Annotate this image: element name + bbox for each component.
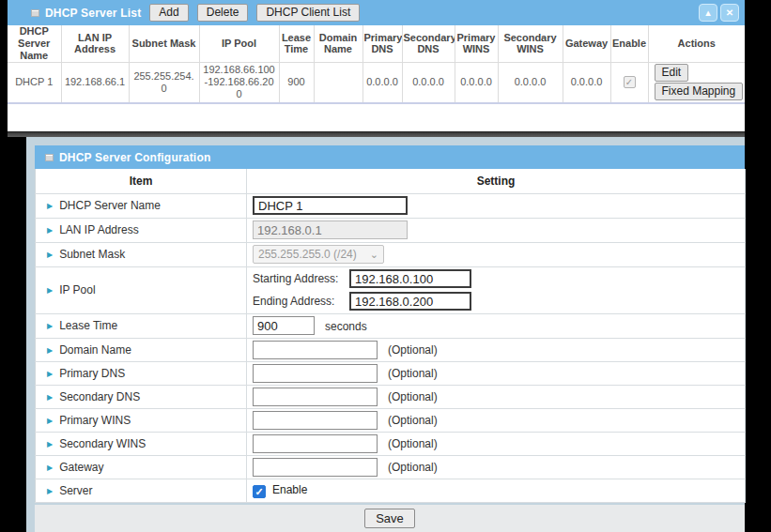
subnet-mask-selected-value: 255.255.255.0 (/24) <box>258 248 357 261</box>
col-lease-time: Lease Time <box>279 25 314 62</box>
col-subnet-mask: Subnet Mask <box>129 25 199 62</box>
ending-address-input[interactable] <box>349 292 471 311</box>
col-ip-pool: IP Pool <box>199 25 279 62</box>
ending-address-label: Ending Address: <box>253 295 349 308</box>
row-label: Gateway <box>59 461 103 474</box>
secondary-wins-input[interactable] <box>253 434 378 453</box>
cell-secondary-dns: 0.0.0.0 <box>402 62 455 103</box>
server-enable-checkbox[interactable]: ✓ <box>253 485 266 498</box>
delete-button[interactable]: Delete <box>197 4 249 22</box>
dhcp-client-list-button[interactable]: DHCP Client List <box>256 4 360 22</box>
col-secondary-wins: Secondary WINS <box>498 25 563 62</box>
lease-time-unit: seconds <box>325 320 367 333</box>
config-header-row: Item Setting <box>36 169 746 193</box>
panel-square-icon <box>45 154 54 161</box>
optional-hint: (Optional) <box>388 390 438 403</box>
bullet-icon: ▶ <box>47 487 53 495</box>
col-primary-dns: Primary DNS <box>362 25 402 62</box>
table-row: DHCP 1 192.168.66.1 255.255.254.0 192.16… <box>8 62 745 103</box>
bullet-icon: ▶ <box>47 286 53 295</box>
row-lease-time: ▶Lease Time seconds <box>36 313 746 338</box>
dhcp-server-configuration-header: DHCP Server Configuration <box>35 145 745 169</box>
save-button[interactable]: Save <box>364 509 415 528</box>
col-secondary-dns: Secondary DNS <box>402 25 455 62</box>
row-label: Server <box>59 484 92 497</box>
row-label: Primary DNS <box>59 367 125 380</box>
gateway-input[interactable] <box>253 458 378 477</box>
col-gateway: Gateway <box>563 25 610 62</box>
starting-address-input[interactable] <box>349 269 471 288</box>
cell-lease-time: 900 <box>279 62 314 103</box>
primary-wins-input[interactable] <box>253 411 378 430</box>
bullet-icon: ▶ <box>47 440 53 448</box>
col-lan-ip-address: LAN IP Address <box>61 25 129 62</box>
row-secondary-wins: ▶Secondary WINS (Optional) <box>36 432 746 455</box>
edit-button[interactable]: Edit <box>655 64 689 82</box>
cell-primary-wins: 0.0.0.0 <box>455 62 498 103</box>
collapse-icon[interactable]: ▴ <box>699 4 717 22</box>
row-label: IP Pool <box>59 283 95 296</box>
col-primary-wins: Primary WINS <box>455 25 498 62</box>
optional-hint: (Optional) <box>388 461 438 474</box>
server-enable-label: Enable <box>272 483 307 496</box>
configuration-footer: Save <box>35 505 745 532</box>
col-domain-name: Domain Name <box>314 25 362 62</box>
bullet-icon: ▶ <box>47 464 53 472</box>
panel-square-icon <box>31 9 39 17</box>
bullet-icon: ▶ <box>47 322 53 330</box>
domain-name-input[interactable] <box>253 341 378 359</box>
setting-header: Setting <box>247 169 746 193</box>
dhcp-server-configuration-panel: DHCP Server Configuration Item Setting ▶… <box>35 145 745 503</box>
close-icon[interactable]: ✕ <box>720 4 739 22</box>
starting-address-label: Starting Address: <box>253 272 349 285</box>
dhcp-server-configuration-section: DHCP Server Configuration Item Setting ▶… <box>26 137 745 532</box>
enable-checkbox-disabled: ✓ <box>624 76 636 88</box>
row-secondary-dns: ▶Secondary DNS (Optional) <box>36 385 746 408</box>
optional-hint: (Optional) <box>388 437 438 450</box>
dhcp-server-name-input[interactable] <box>253 196 408 215</box>
row-label: DHCP Server Name <box>59 199 161 212</box>
cell-gateway: 0.0.0.0 <box>563 62 610 103</box>
bullet-icon: ▶ <box>47 393 53 402</box>
row-ip-pool: ▶IP Pool Starting Address: Ending Addres… <box>36 266 746 313</box>
bullet-icon: ▶ <box>47 226 53 235</box>
row-lan-ip-address: ▶LAN IP Address <box>36 218 746 242</box>
col-actions: Actions <box>648 25 745 62</box>
bullet-icon: ▶ <box>47 346 53 355</box>
row-domain-name: ▶Domain Name (Optional) <box>36 338 746 361</box>
row-gateway: ▶Gateway (Optional) <box>36 455 746 479</box>
row-label: Secondary WINS <box>59 437 146 450</box>
dhcp-server-list-title: DHCP Server List <box>45 7 141 20</box>
dhcp-server-configuration-title: DHCP Server Configuration <box>59 151 210 164</box>
configuration-table: Item Setting ▶DHCP Server Name ▶LAN IP A… <box>35 169 746 503</box>
row-subnet-mask: ▶Subnet Mask 255.255.255.0 (/24) ⌄ <box>36 242 746 266</box>
row-label: Domain Name <box>59 343 131 357</box>
row-label: Subnet Mask <box>59 248 125 261</box>
bullet-icon: ▶ <box>47 202 53 210</box>
cell-lan-ip-address: 192.168.66.1 <box>61 62 129 103</box>
cell-primary-dns: 0.0.0.0 <box>362 62 402 103</box>
dhcp-server-list-header: DHCP Server List Add Delete DHCP Client … <box>8 0 745 25</box>
window-controls: ▴ ✕ <box>699 4 739 22</box>
bullet-icon: ▶ <box>47 251 53 259</box>
chevron-down-icon: ⌄ <box>370 249 378 261</box>
item-header: Item <box>36 169 247 193</box>
row-label: Secondary DNS <box>59 390 140 403</box>
dhcp-server-list-table: DHCP Server Name LAN IP Address Subnet M… <box>8 25 745 104</box>
row-label: Primary WINS <box>59 414 131 427</box>
list-header-row: DHCP Server Name LAN IP Address Subnet M… <box>8 25 745 62</box>
row-primary-wins: ▶Primary WINS (Optional) <box>36 408 746 432</box>
add-button[interactable]: Add <box>149 4 188 22</box>
primary-dns-input[interactable] <box>253 364 378 383</box>
col-dhcp-server-name: DHCP Server Name <box>8 25 61 62</box>
cell-actions: Edit Fixed Mapping <box>648 62 745 103</box>
optional-hint: (Optional) <box>388 343 438 357</box>
cell-subnet-mask: 255.255.254.0 <box>129 62 199 103</box>
row-dhcp-server-name: ▶DHCP Server Name <box>36 193 746 218</box>
row-label: Lease Time <box>59 319 117 332</box>
secondary-dns-input[interactable] <box>253 388 378 406</box>
subnet-mask-select: 255.255.255.0 (/24) ⌄ <box>253 245 384 264</box>
cell-enable: ✓ <box>610 62 648 103</box>
fixed-mapping-button[interactable]: Fixed Mapping <box>655 83 744 100</box>
lease-time-input[interactable] <box>253 316 315 335</box>
